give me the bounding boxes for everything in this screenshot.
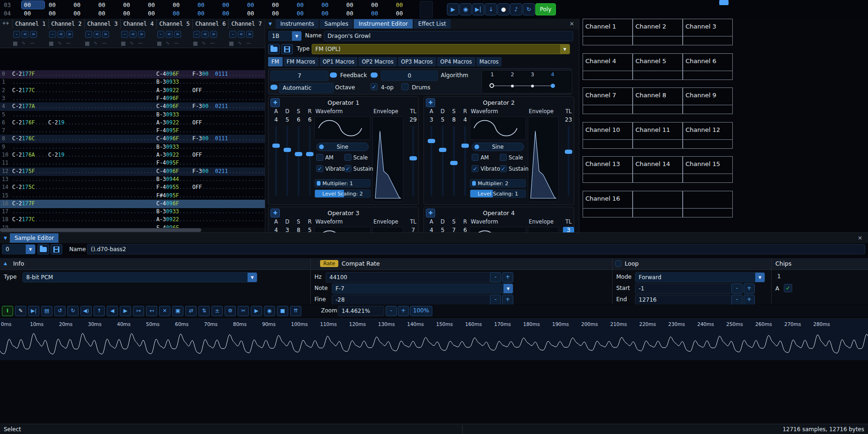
adsr-slider[interactable] [286, 126, 288, 196]
preview-button[interactable]: ▶ [251, 306, 262, 316]
pattern-row[interactable]: 6C-2176F....C-219.......................… [0, 119, 265, 127]
order-cell[interactable]: 00 [294, 1, 317, 9]
pattern-cell[interactable]: ........... [48, 102, 84, 110]
order-cell[interactable]: 00 [96, 9, 119, 17]
pattern-cell[interactable]: B-30933.... [156, 208, 192, 216]
pattern-cell[interactable]: ........... [120, 216, 156, 224]
pattern-cell[interactable]: ........... [120, 135, 156, 143]
sign-convert-button[interactable]: ± [212, 306, 223, 316]
draw-tool-button[interactable]: ✎ [15, 306, 26, 316]
octave-slider-pill[interactable] [270, 85, 277, 90]
channel-expand-button[interactable]: > [66, 31, 73, 38]
channel-cell[interactable]: Channel 16 [583, 191, 633, 217]
channel-collapse-button[interactable]: - [229, 31, 236, 38]
channel-cell-empty[interactable] [633, 191, 683, 217]
hz-plus-button[interactable]: + [502, 272, 513, 282]
redo-button[interactable]: ↻ [67, 306, 79, 316]
pattern-cell[interactable]: ........... [12, 175, 48, 183]
pattern-cell[interactable]: ........... [228, 70, 264, 78]
collapse-panel-icon[interactable]: ▼ [4, 236, 7, 240]
channel-cell[interactable]: Channel 6 [683, 53, 733, 80]
pattern-cell[interactable]: ........... [84, 143, 120, 151]
pattern-cell[interactable]: ........... [48, 167, 84, 175]
tl-slider[interactable] [412, 126, 414, 196]
collapse-panel-icon[interactable]: ▼ [269, 22, 272, 26]
channel-cell[interactable]: Channel 3 [683, 19, 733, 45]
hz-input[interactable]: 44100 [326, 272, 491, 282]
pattern-cell[interactable]: ........... [84, 78, 120, 86]
pattern-cell[interactable]: F-300..0211 [192, 102, 228, 110]
channel-mute-indicator[interactable] [85, 42, 89, 46]
channel-header[interactable]: Channel 4 [120, 19, 156, 29]
pattern-cell[interactable]: ........... [192, 208, 228, 216]
pattern-cell[interactable]: ........... [48, 143, 84, 151]
pattern-cell[interactable]: F-300..0111 [192, 135, 228, 143]
pattern-cell[interactable]: C-4096F.... [156, 70, 192, 78]
channel-header[interactable]: Channel 2 [48, 19, 84, 29]
play-pattern-button[interactable]: ◉ [460, 3, 472, 15]
pattern-row[interactable]: 17......................................… [0, 208, 265, 216]
pattern-cell[interactable]: C-4096F.... [156, 200, 192, 208]
pattern-cell[interactable]: ........... [12, 127, 48, 135]
pattern-cell[interactable]: A-30922.... [156, 216, 192, 224]
pattern-cell[interactable]: ........... [228, 167, 264, 175]
channel-cell[interactable]: Channel 4 [583, 53, 633, 80]
repeat-button[interactable]: ↻ [523, 3, 535, 15]
tab-instruments[interactable]: Instruments [276, 19, 319, 29]
channel-cell[interactable]: Channel 8 [633, 87, 683, 114]
fine-minus-button[interactable]: - [490, 295, 501, 305]
pattern-cell[interactable]: OFF........ [192, 183, 228, 191]
pattern-cell[interactable]: ........... [84, 87, 120, 94]
order-cell[interactable]: 00 [146, 1, 168, 9]
waveform-select[interactable]: Sine [316, 143, 369, 151]
order-cell[interactable]: 00 [270, 1, 292, 9]
pattern-cell[interactable]: ........... [228, 87, 264, 94]
pattern-row[interactable]: 3.......................................… [0, 94, 265, 103]
pattern-cell[interactable]: ........... [228, 78, 264, 86]
pattern-cell[interactable]: B-30944.... [156, 175, 192, 183]
pattern-cell[interactable]: ........... [228, 159, 264, 167]
channel-cell[interactable]: Channel 14 [633, 156, 683, 183]
channel-collapse-button[interactable]: - [157, 31, 164, 38]
adsr-slider[interactable] [309, 126, 311, 196]
pattern-cell[interactable]: C-2176A.... [12, 151, 48, 159]
pattern-cell[interactable]: ........... [48, 216, 84, 224]
open-sample-button[interactable]: ▤ [41, 306, 52, 316]
pattern-cell[interactable]: F-300..0111 [192, 70, 228, 78]
tab-samples[interactable]: Samples [320, 19, 353, 29]
vibrato-checkbox[interactable]: ✓ [472, 165, 479, 172]
pattern-cell[interactable]: ........... [84, 111, 120, 119]
pattern-cell[interactable]: ........... [120, 127, 156, 135]
instrument-type-select[interactable]: FM (OPL) ▼ [312, 44, 570, 54]
pattern-cell[interactable]: ........... [84, 167, 120, 175]
crossfade-button[interactable]: ✂ [238, 306, 249, 316]
pattern-cell[interactable]: ........... [228, 208, 264, 216]
pattern-cell[interactable]: ........... [120, 159, 156, 167]
order-cell[interactable]: 00 [294, 9, 317, 17]
order-cell[interactable]: 00 [344, 9, 367, 17]
pattern-cell[interactable]: ........... [12, 94, 48, 102]
order-cell[interactable]: 00 [220, 1, 243, 9]
pattern-cell[interactable]: ........... [228, 111, 264, 119]
tab-effect-list[interactable]: Effect List [414, 19, 451, 29]
pattern-row[interactable]: 14C-2175C...............................… [0, 183, 265, 192]
pattern-cell[interactable]: ........... [192, 200, 228, 208]
pattern-cell[interactable]: ........... [228, 175, 264, 183]
loop-section-header[interactable]: Loop [613, 258, 771, 270]
pattern-cell[interactable]: C-2175C.... [12, 183, 48, 191]
pattern-row[interactable]: 19......................................… [0, 224, 265, 228]
pattern-cell[interactable]: ........... [48, 111, 84, 119]
order-cell[interactable]: 00 [121, 1, 144, 9]
channel-cell-empty[interactable] [683, 191, 733, 217]
channel-cell[interactable]: Channel 1 [583, 19, 633, 45]
order-cell[interactable]: 00 [245, 1, 268, 9]
scrollbar-thumb[interactable] [0, 228, 201, 232]
pattern-cell[interactable]: ........... [84, 135, 120, 143]
algorithm-node[interactable] [489, 83, 494, 88]
invert-button[interactable]: ⇅ [198, 306, 210, 316]
scroll-indicator[interactable] [719, 0, 729, 5]
info-section-header[interactable]: ▲ Info [0, 258, 310, 270]
adsr-slider[interactable] [298, 126, 299, 196]
pattern-row[interactable]: 16C-2177F...............................… [0, 200, 265, 208]
order-cell[interactable]: 00 [195, 9, 218, 17]
